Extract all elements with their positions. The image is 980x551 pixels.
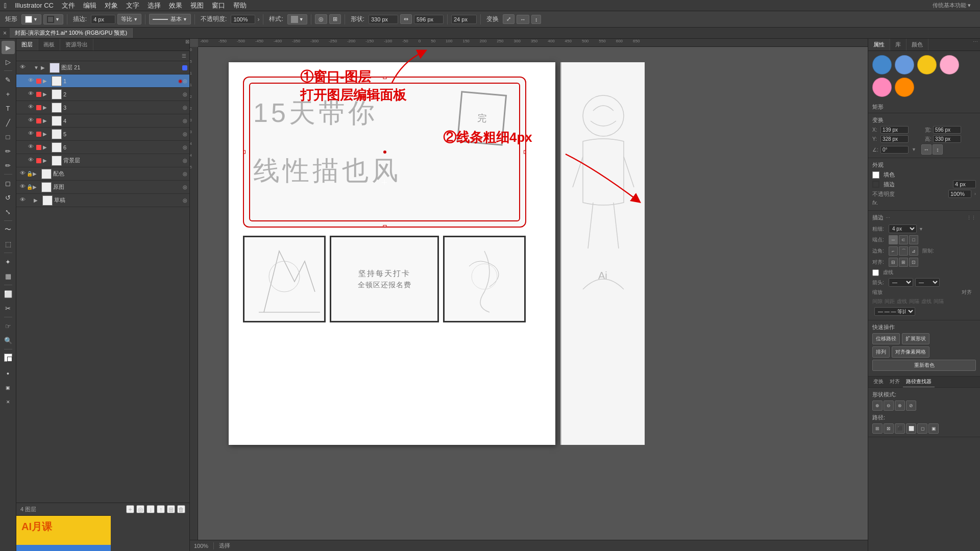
shape-h-input[interactable] <box>414 15 444 24</box>
qa-path-btn[interactable]: 位移路径 <box>872 333 900 344</box>
rp-tab-color[interactable]: 颜色 <box>906 39 928 51</box>
sel-handle-bl[interactable] <box>243 225 246 228</box>
fill-color-btn[interactable]: ▼ <box>21 14 41 24</box>
menu-select[interactable]: 选择 <box>148 1 161 10</box>
layer-lock-palette[interactable]: 🔒 <box>27 171 33 177</box>
sel-handle-tl[interactable] <box>243 77 246 79</box>
lower-tab-pathfinder[interactable]: 路径查找器 <box>903 377 935 387</box>
canvas-area[interactable]: -600 -550 -500 -450 -400 -350 -300 -250 … <box>190 39 868 551</box>
path-merge-btn[interactable]: ⬛ <box>895 423 905 434</box>
transform-y-input[interactable] <box>880 135 909 143</box>
free-transform-tool[interactable]: ⬚ <box>2 237 15 251</box>
layers-tab-assets[interactable]: 资源导出 <box>60 39 93 51</box>
corner-bevel-btn[interactable]: ⊿ <box>909 246 918 256</box>
shape-unite-btn[interactable]: ⊕ <box>872 400 883 411</box>
layer-row-3[interactable]: 👁 ▶ 3 ◎ <box>16 101 189 114</box>
layer-name-original[interactable]: 原图 <box>53 183 183 191</box>
menu-edit[interactable]: 编辑 <box>83 1 96 10</box>
layer-expand-5[interactable]: ▶ <box>43 131 50 137</box>
column-graph-tool[interactable]: ▦ <box>2 269 15 283</box>
layers-tab-layers[interactable]: 图层 <box>16 39 38 51</box>
mode-status[interactable]: 选择 <box>219 542 230 549</box>
delete-layer-btn[interactable]: 🗑 <box>177 505 185 513</box>
layer-row-6[interactable]: 👁 ▶ 6 ◎ <box>16 141 189 154</box>
transform-angle-input[interactable] <box>880 146 909 154</box>
flip-v-btn[interactable]: ↕ <box>933 144 943 155</box>
layer-expand-palette[interactable]: ▶ <box>33 171 40 177</box>
layer-eye-21[interactable]: 👁 <box>18 64 27 72</box>
shape-exclude-btn[interactable]: ⊘ <box>906 400 916 411</box>
layer-expand-draft[interactable]: ▶ <box>34 197 41 203</box>
symbol-spray-tool[interactable]: ✦ <box>2 255 15 268</box>
transform-select-btn[interactable]: ⊞ <box>329 14 341 24</box>
canvas-content[interactable]: 15天带你 线性描也风 完 <box>198 47 868 540</box>
layer-name-5[interactable]: 5 <box>63 131 183 137</box>
layer-name-bg[interactable]: 背景层 <box>63 157 183 164</box>
apple-menu[interactable]:  <box>4 2 7 10</box>
corner-miter-btn[interactable]: ⌐ <box>889 246 898 256</box>
layer-row-bg[interactable]: 👁 ▶ 背景层 ◎ <box>16 154 189 167</box>
arrow-end-select[interactable]: — <box>915 278 940 287</box>
sel-handle-br[interactable] <box>524 225 526 228</box>
sel-handle-ml[interactable] <box>243 151 246 154</box>
panel-right-sm[interactable] <box>443 236 526 322</box>
layer-row-palette[interactable]: 👁 🔒 ▶ 配色 ◎ <box>16 167 189 181</box>
layer-name-2[interactable]: 2 <box>63 91 183 97</box>
qa-align-pixel-btn[interactable]: 对齐像素网格 <box>892 346 929 358</box>
align-outside-btn[interactable]: ⊡ <box>909 258 918 267</box>
layers-tab-artboards[interactable]: 画板 <box>38 39 60 51</box>
swatch-blue-dark[interactable] <box>872 55 892 74</box>
swatch-pink-med[interactable] <box>872 78 892 97</box>
layer-row-21[interactable]: 👁 ▼ ▶ 图层 21 <box>16 61 189 74</box>
layer-lock-original[interactable]: 🔒 <box>27 184 33 190</box>
slice-tool[interactable]: ✂ <box>2 302 15 315</box>
merge-selected-btn[interactable]: ⊞ <box>167 505 175 513</box>
link-proportions-btn[interactable]: ⇔ <box>400 14 412 24</box>
rp-tab-properties[interactable]: 属性 <box>868 39 890 51</box>
zoom-tool[interactable]: 🔍 <box>2 334 15 347</box>
align-inside-btn[interactable]: ⊞ <box>899 258 908 267</box>
gradient-btn[interactable]: ▣ <box>2 381 15 394</box>
dist-config-select[interactable]: — — — 等比 <box>874 307 915 316</box>
move-to-layer-btn[interactable]: ↑ <box>157 505 165 513</box>
path-minus-back-btn[interactable]: ▣ <box>928 423 939 434</box>
layer-expand-21b[interactable]: ▶ <box>41 65 48 70</box>
layer-name-6[interactable]: 6 <box>63 144 183 151</box>
paintbrush-tool[interactable]: ✏ <box>2 144 15 158</box>
layer-expand-6[interactable]: ▶ <box>43 144 50 150</box>
menu-text[interactable]: 文字 <box>126 1 139 10</box>
transform-h-input[interactable] <box>933 135 961 143</box>
align-center-btn[interactable]: ⊟ <box>889 258 898 267</box>
warp-tool[interactable]: 〜 <box>2 223 15 236</box>
shape-minus-btn[interactable]: ⊖ <box>884 400 894 411</box>
menu-illustrator[interactable]: Illustrator CC <box>15 2 54 9</box>
document-tab[interactable]: 封面-演示源文件1.ai* 100% (RGB/GPU 预览) <box>10 28 133 38</box>
panel-left-sm[interactable] <box>243 236 326 322</box>
qa-arrange-btn[interactable]: 排列 <box>872 346 890 358</box>
path-crop-btn[interactable]: ⬜ <box>906 423 916 434</box>
layer-row-1[interactable]: 👁 ▶ 1 ◉ ◎ <box>16 74 189 88</box>
sel-handle-bm[interactable] <box>383 225 386 228</box>
layer-expand-original[interactable]: ▶ <box>33 184 40 190</box>
opacity-appear-input[interactable] <box>948 190 971 198</box>
locate-object-btn[interactable]: ◎ <box>136 505 144 513</box>
opacity-input[interactable] <box>231 15 255 24</box>
hand-tool[interactable]: ☞ <box>2 319 15 333</box>
corner-round-btn[interactable]: ⌒ <box>899 246 908 256</box>
swatch-blue-light[interactable] <box>895 55 914 74</box>
fill-swatch[interactable] <box>872 171 879 179</box>
main-frame[interactable]: 15天带你 线性描也风 完 <box>243 77 526 228</box>
layer-row-2[interactable]: 👁 ▶ 2 ◎ <box>16 88 189 101</box>
opacity-chevron2[interactable]: › <box>974 191 976 196</box>
layers-panel-expand[interactable]: ⊠ <box>185 39 189 51</box>
stroke-width-select[interactable]: 4 px 1 px 2 px 3 px 6 px <box>889 224 917 233</box>
text-tool[interactable]: T <box>2 102 15 115</box>
layer-eye-3[interactable]: 👁 <box>27 104 35 112</box>
layer-eye-draft[interactable]: 👁 <box>18 196 27 205</box>
dash-checkbox[interactable] <box>872 269 879 276</box>
fx-label[interactable]: fx. <box>872 199 878 206</box>
zoom-status[interactable]: 100% <box>194 543 208 549</box>
layer-name-palette[interactable]: 配色 <box>53 170 183 178</box>
color-mode-btn[interactable]: ● <box>2 367 15 380</box>
layer-expand-2[interactable]: ▶ <box>43 91 50 97</box>
